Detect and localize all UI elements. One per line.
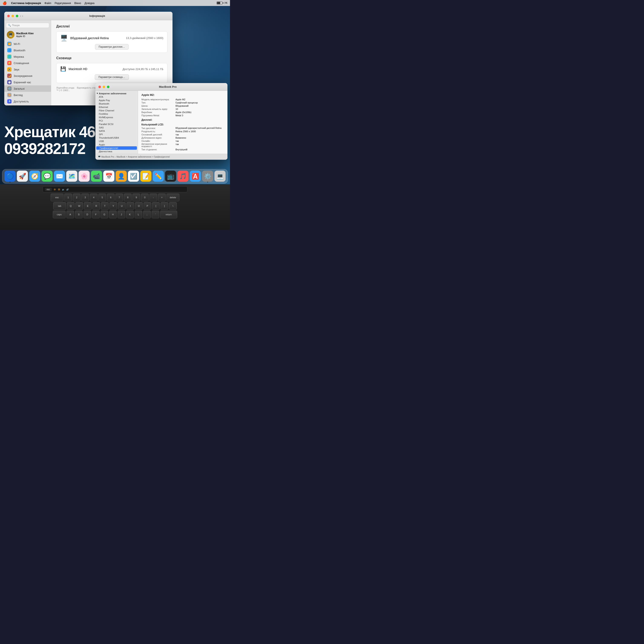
detail-close-button[interactable] <box>98 86 101 88</box>
tree-item-bluetooth[interactable]: Bluetooth <box>95 102 138 105</box>
tree-item-thunderbolt[interactable]: Thunderbolt/USB4 <box>95 136 138 139</box>
key-minus[interactable]: - <box>149 194 157 201</box>
sidebar-item-bluetooth[interactable]: 🔷 Bluetooth <box>4 47 51 53</box>
touchbar-volume-up[interactable]: 🔊 <box>66 188 69 191</box>
dock-settings[interactable]: ⚙️ <box>202 171 213 182</box>
close-button[interactable] <box>7 15 10 17</box>
menubar-window[interactable]: Вікно <box>74 1 81 5</box>
dock-finder[interactable]: 🔵 <box>4 171 16 182</box>
dock-reminders[interactable]: ☑️ <box>128 171 139 182</box>
license-link[interactable]: Ліцензійна угода <box>56 86 74 89</box>
storage-settings-button[interactable]: Параметри сховища… <box>95 74 129 80</box>
key-lbrace[interactable]: [ <box>152 202 160 210</box>
menubar-file[interactable]: Файл <box>45 1 51 5</box>
dock-messages[interactable]: 💬 <box>42 171 53 182</box>
menubar-edit[interactable]: Редагування <box>55 1 71 5</box>
tree-item-fibrechannel[interactable]: Fibre Channel <box>95 109 138 112</box>
key-3[interactable]: 3 <box>81 194 89 201</box>
key-l[interactable]: L <box>135 211 142 218</box>
dock-contacts[interactable]: 👤 <box>116 171 127 182</box>
sidebar-item-screentime[interactable]: ⏱️ Екранний час <box>4 79 51 85</box>
menubar-help[interactable]: Довідка <box>85 1 95 5</box>
tree-item-usb[interactable]: USB <box>95 139 138 143</box>
sidebar-item-wifi[interactable]: 📶 Wi-Fi <box>4 41 51 47</box>
key-t[interactable]: T <box>101 202 109 210</box>
key-q[interactable]: Q <box>67 202 75 210</box>
dock-safari[interactable]: 🧭 <box>29 171 40 182</box>
dock-calendar[interactable]: 📅 <box>103 171 114 182</box>
dock-appstore[interactable]: 🅰️ <box>190 171 201 182</box>
dock-notes[interactable]: 📝 <box>140 171 151 182</box>
key-g[interactable]: G <box>101 211 108 218</box>
key-h[interactable]: H <box>109 211 117 218</box>
sidebar-item-notifications[interactable]: 🔔 Сповіщення <box>4 60 51 66</box>
dock-appletv[interactable]: 📺 <box>165 171 176 182</box>
key-4[interactable]: 4 <box>90 194 98 201</box>
tree-item-graphics[interactable]: Графіка/дисплеї <box>96 146 137 150</box>
tree-item-ethernet[interactable]: Ethernet <box>95 105 138 109</box>
tree-item-sas[interactable]: SAS <box>95 126 138 129</box>
tree-item-firewire[interactable]: FireWire <box>95 112 138 116</box>
detail-zoom-button[interactable] <box>107 86 109 88</box>
responsibility-link[interactable]: Відповідність ста... <box>77 86 98 89</box>
tree-item-sata[interactable]: SATA <box>95 129 138 133</box>
key-e[interactable]: E <box>84 202 92 210</box>
sidebar-item-focus[interactable]: 🌙 Зосередження <box>4 73 51 79</box>
key-a[interactable]: A <box>66 211 74 218</box>
key-f[interactable]: F <box>92 211 100 218</box>
tree-item-ata[interactable]: ATA <box>95 95 138 99</box>
dock-photos[interactable]: 🌸 <box>79 171 90 182</box>
detail-minimize-button[interactable] <box>103 86 105 88</box>
key-w[interactable]: W <box>75 202 83 210</box>
key-i[interactable]: I <box>126 202 134 210</box>
dock-facetime[interactable]: 📹 <box>91 171 102 182</box>
back-button[interactable]: ‹ <box>20 14 21 18</box>
key-8[interactable]: 8 <box>124 194 132 201</box>
touchbar-brightness-up[interactable]: 🔆 <box>58 188 60 191</box>
zoom-button[interactable] <box>16 15 18 17</box>
key-j[interactable]: J <box>118 211 125 218</box>
key-u[interactable]: U <box>118 202 126 210</box>
key-tab[interactable]: tab <box>53 202 66 210</box>
minimize-button[interactable] <box>11 15 14 17</box>
sidebar-item-general[interactable]: ⚙️ Загальні <box>4 85 51 92</box>
key-0[interactable]: 0 <box>141 194 149 201</box>
dock-music[interactable]: 🎵 <box>177 171 188 182</box>
dock-freeform[interactable]: ✏️ <box>153 171 164 182</box>
menubar-app-name[interactable]: Системна інформація <box>11 1 41 5</box>
touchbar-brightness-down[interactable]: 🔅 <box>53 188 56 191</box>
sidebar-item-appearance[interactable]: 🎨 Вигляд <box>4 92 51 98</box>
touchbar[interactable]: esc 🔅 🔆 🔉 🔊 <box>43 186 187 192</box>
key-r[interactable]: R <box>92 202 100 210</box>
key-d[interactable]: D <box>83 211 91 218</box>
key-k[interactable]: K <box>126 211 134 218</box>
key-rbrace[interactable]: ] <box>161 202 168 210</box>
tree-item-applepay[interactable]: Apple Pay <box>95 99 138 102</box>
touchbar-esc[interactable]: esc <box>45 188 52 191</box>
key-return[interactable]: return <box>160 211 177 218</box>
keyboard-lang[interactable]: УК <box>224 1 227 4</box>
dock-launchpad[interactable]: 🚀 <box>17 171 28 182</box>
sidebar-item-network[interactable]: 🌐 Мережа <box>4 53 51 60</box>
key-1[interactable]: 1 <box>64 194 72 201</box>
display-settings-button[interactable]: Параметри дисплея… <box>95 44 129 50</box>
tree-item-audio[interactable]: Аудіо <box>95 143 138 146</box>
apple-logo-icon[interactable]: 🍎 <box>3 1 7 5</box>
tree-item-pci[interactable]: PCI <box>95 119 138 122</box>
dock-sysinfo[interactable]: 💻 <box>214 171 226 182</box>
tree-item-nvmexpress[interactable]: NVMExpress <box>95 116 138 119</box>
tree-item-diagnostics[interactable]: Діагностика <box>95 150 138 153</box>
sidebar-item-accessibility[interactable]: ♿ Доступність <box>4 98 51 105</box>
key-9[interactable]: 9 <box>132 194 140 201</box>
key-caps[interactable]: caps <box>53 211 66 218</box>
key-escape[interactable]: esc <box>51 194 63 201</box>
key-p[interactable]: P <box>144 202 151 210</box>
tree-item-spi[interactable]: SPI <box>95 133 138 136</box>
sidebar-item-sound[interactable]: 🔊 Звук <box>4 66 51 73</box>
forward-button[interactable]: › <box>22 14 23 18</box>
search-box[interactable]: 🔍 Пошук <box>6 23 49 28</box>
key-7[interactable]: 7 <box>115 194 123 201</box>
key-2[interactable]: 2 <box>73 194 80 201</box>
key-backslash[interactable]: \ <box>169 202 177 210</box>
key-y[interactable]: Y <box>109 202 117 210</box>
